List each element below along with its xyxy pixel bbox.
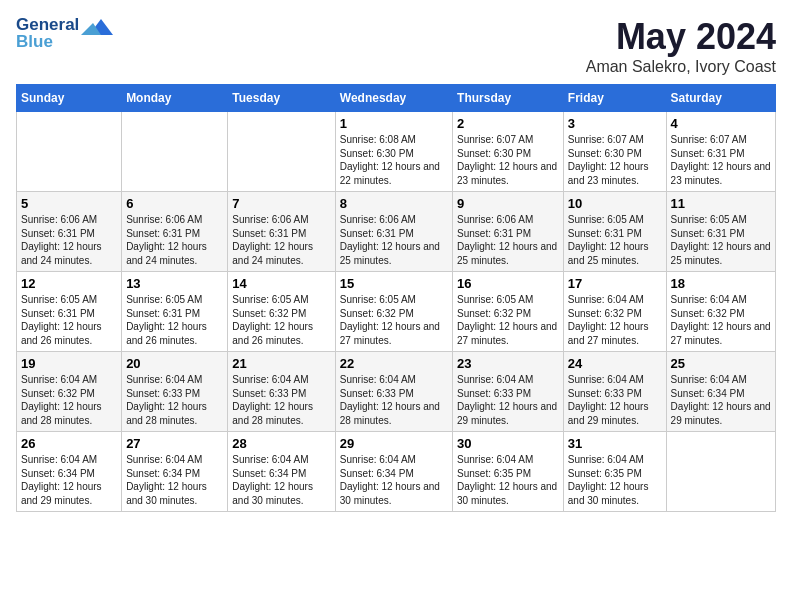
day-info: Sunrise: 6:06 AMSunset: 6:31 PMDaylight:…: [126, 214, 207, 266]
day-info: Sunrise: 6:04 AMSunset: 6:34 PMDaylight:…: [671, 374, 771, 426]
day-cell: 20 Sunrise: 6:04 AMSunset: 6:33 PMDaylig…: [122, 352, 228, 432]
header-row: SundayMondayTuesdayWednesdayThursdayFrid…: [17, 85, 776, 112]
day-number: 6: [126, 196, 223, 211]
day-cell: 22 Sunrise: 6:04 AMSunset: 6:33 PMDaylig…: [335, 352, 452, 432]
day-info: Sunrise: 6:06 AMSunset: 6:31 PMDaylight:…: [457, 214, 557, 266]
day-info: Sunrise: 6:04 AMSunset: 6:34 PMDaylight:…: [21, 454, 102, 506]
day-cell: 7 Sunrise: 6:06 AMSunset: 6:31 PMDayligh…: [228, 192, 335, 272]
week-row-5: 26 Sunrise: 6:04 AMSunset: 6:34 PMDaylig…: [17, 432, 776, 512]
day-number: 23: [457, 356, 559, 371]
day-cell: [666, 432, 775, 512]
day-cell: [17, 112, 122, 192]
day-number: 17: [568, 276, 662, 291]
day-number: 20: [126, 356, 223, 371]
day-info: Sunrise: 6:05 AMSunset: 6:31 PMDaylight:…: [568, 214, 649, 266]
col-header-friday: Friday: [563, 85, 666, 112]
day-info: Sunrise: 6:05 AMSunset: 6:32 PMDaylight:…: [232, 294, 313, 346]
page-header: General Blue May 2024 Aman Salekro, Ivor…: [16, 16, 776, 76]
day-info: Sunrise: 6:05 AMSunset: 6:32 PMDaylight:…: [340, 294, 440, 346]
day-cell: 29 Sunrise: 6:04 AMSunset: 6:34 PMDaylig…: [335, 432, 452, 512]
day-info: Sunrise: 6:05 AMSunset: 6:31 PMDaylight:…: [126, 294, 207, 346]
day-number: 14: [232, 276, 330, 291]
day-cell: 16 Sunrise: 6:05 AMSunset: 6:32 PMDaylig…: [453, 272, 564, 352]
day-info: Sunrise: 6:08 AMSunset: 6:30 PMDaylight:…: [340, 134, 440, 186]
day-info: Sunrise: 6:04 AMSunset: 6:34 PMDaylight:…: [232, 454, 313, 506]
day-cell: 15 Sunrise: 6:05 AMSunset: 6:32 PMDaylig…: [335, 272, 452, 352]
day-number: 2: [457, 116, 559, 131]
day-number: 15: [340, 276, 448, 291]
day-cell: 31 Sunrise: 6:04 AMSunset: 6:35 PMDaylig…: [563, 432, 666, 512]
day-info: Sunrise: 6:06 AMSunset: 6:31 PMDaylight:…: [232, 214, 313, 266]
day-cell: 27 Sunrise: 6:04 AMSunset: 6:34 PMDaylig…: [122, 432, 228, 512]
day-info: Sunrise: 6:04 AMSunset: 6:35 PMDaylight:…: [568, 454, 649, 506]
day-cell: 2 Sunrise: 6:07 AMSunset: 6:30 PMDayligh…: [453, 112, 564, 192]
day-number: 4: [671, 116, 771, 131]
day-cell: 9 Sunrise: 6:06 AMSunset: 6:31 PMDayligh…: [453, 192, 564, 272]
day-cell: [228, 112, 335, 192]
day-info: Sunrise: 6:04 AMSunset: 6:34 PMDaylight:…: [126, 454, 207, 506]
day-info: Sunrise: 6:04 AMSunset: 6:33 PMDaylight:…: [457, 374, 557, 426]
day-number: 9: [457, 196, 559, 211]
day-cell: 25 Sunrise: 6:04 AMSunset: 6:34 PMDaylig…: [666, 352, 775, 432]
day-number: 31: [568, 436, 662, 451]
day-cell: 21 Sunrise: 6:04 AMSunset: 6:33 PMDaylig…: [228, 352, 335, 432]
day-cell: 18 Sunrise: 6:04 AMSunset: 6:32 PMDaylig…: [666, 272, 775, 352]
calendar-table: SundayMondayTuesdayWednesdayThursdayFrid…: [16, 84, 776, 512]
day-number: 19: [21, 356, 117, 371]
day-info: Sunrise: 6:04 AMSunset: 6:33 PMDaylight:…: [340, 374, 440, 426]
day-cell: [122, 112, 228, 192]
day-cell: 5 Sunrise: 6:06 AMSunset: 6:31 PMDayligh…: [17, 192, 122, 272]
day-info: Sunrise: 6:07 AMSunset: 6:31 PMDaylight:…: [671, 134, 771, 186]
day-info: Sunrise: 6:04 AMSunset: 6:32 PMDaylight:…: [21, 374, 102, 426]
week-row-3: 12 Sunrise: 6:05 AMSunset: 6:31 PMDaylig…: [17, 272, 776, 352]
day-cell: 13 Sunrise: 6:05 AMSunset: 6:31 PMDaylig…: [122, 272, 228, 352]
day-cell: 11 Sunrise: 6:05 AMSunset: 6:31 PMDaylig…: [666, 192, 775, 272]
day-cell: 1 Sunrise: 6:08 AMSunset: 6:30 PMDayligh…: [335, 112, 452, 192]
day-number: 22: [340, 356, 448, 371]
week-row-2: 5 Sunrise: 6:06 AMSunset: 6:31 PMDayligh…: [17, 192, 776, 272]
day-number: 12: [21, 276, 117, 291]
day-number: 3: [568, 116, 662, 131]
day-number: 30: [457, 436, 559, 451]
day-number: 18: [671, 276, 771, 291]
col-header-saturday: Saturday: [666, 85, 775, 112]
col-header-wednesday: Wednesday: [335, 85, 452, 112]
day-info: Sunrise: 6:04 AMSunset: 6:33 PMDaylight:…: [232, 374, 313, 426]
day-number: 5: [21, 196, 117, 211]
day-cell: 17 Sunrise: 6:04 AMSunset: 6:32 PMDaylig…: [563, 272, 666, 352]
day-cell: 30 Sunrise: 6:04 AMSunset: 6:35 PMDaylig…: [453, 432, 564, 512]
day-number: 27: [126, 436, 223, 451]
day-number: 21: [232, 356, 330, 371]
day-number: 25: [671, 356, 771, 371]
day-info: Sunrise: 6:05 AMSunset: 6:32 PMDaylight:…: [457, 294, 557, 346]
day-number: 1: [340, 116, 448, 131]
day-info: Sunrise: 6:07 AMSunset: 6:30 PMDaylight:…: [568, 134, 649, 186]
subtitle: Aman Salekro, Ivory Coast: [586, 58, 776, 76]
day-cell: 26 Sunrise: 6:04 AMSunset: 6:34 PMDaylig…: [17, 432, 122, 512]
col-header-monday: Monday: [122, 85, 228, 112]
day-number: 10: [568, 196, 662, 211]
day-cell: 24 Sunrise: 6:04 AMSunset: 6:33 PMDaylig…: [563, 352, 666, 432]
day-cell: 14 Sunrise: 6:05 AMSunset: 6:32 PMDaylig…: [228, 272, 335, 352]
col-header-sunday: Sunday: [17, 85, 122, 112]
day-number: 16: [457, 276, 559, 291]
day-cell: 3 Sunrise: 6:07 AMSunset: 6:30 PMDayligh…: [563, 112, 666, 192]
day-cell: 6 Sunrise: 6:06 AMSunset: 6:31 PMDayligh…: [122, 192, 228, 272]
day-info: Sunrise: 6:04 AMSunset: 6:35 PMDaylight:…: [457, 454, 557, 506]
day-number: 28: [232, 436, 330, 451]
day-number: 13: [126, 276, 223, 291]
day-number: 26: [21, 436, 117, 451]
col-header-tuesday: Tuesday: [228, 85, 335, 112]
logo-line2: Blue: [16, 33, 79, 50]
day-info: Sunrise: 6:04 AMSunset: 6:32 PMDaylight:…: [568, 294, 649, 346]
logo: General Blue: [16, 16, 113, 50]
main-title: May 2024: [586, 16, 776, 58]
day-info: Sunrise: 6:04 AMSunset: 6:34 PMDaylight:…: [340, 454, 440, 506]
day-info: Sunrise: 6:06 AMSunset: 6:31 PMDaylight:…: [21, 214, 102, 266]
day-cell: 12 Sunrise: 6:05 AMSunset: 6:31 PMDaylig…: [17, 272, 122, 352]
logo-icon: [81, 15, 113, 41]
day-info: Sunrise: 6:04 AMSunset: 6:33 PMDaylight:…: [568, 374, 649, 426]
day-number: 24: [568, 356, 662, 371]
day-info: Sunrise: 6:07 AMSunset: 6:30 PMDaylight:…: [457, 134, 557, 186]
week-row-4: 19 Sunrise: 6:04 AMSunset: 6:32 PMDaylig…: [17, 352, 776, 432]
